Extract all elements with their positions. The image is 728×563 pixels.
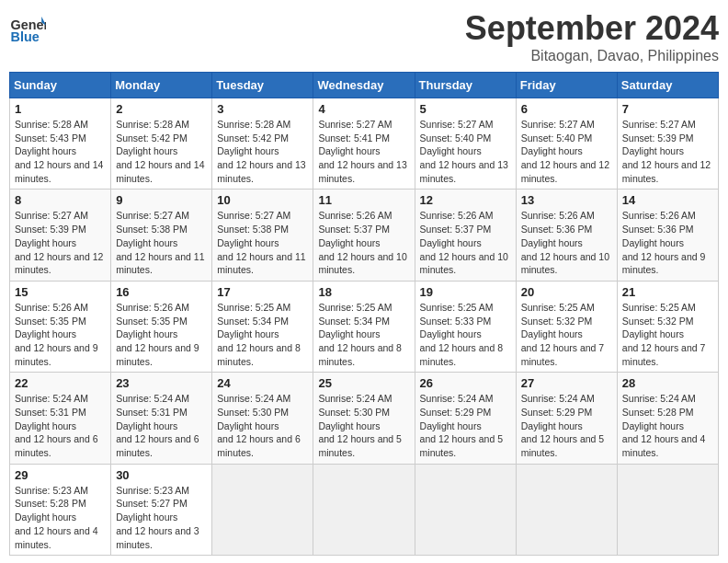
day-number: 19: [420, 285, 511, 299]
calendar-cell: 14 Sunrise: 5:26 AM Sunset: 5:36 PM Dayl…: [617, 190, 718, 281]
calendar-cell: [516, 464, 617, 555]
day-number: 11: [318, 193, 409, 207]
day-info: Sunrise: 5:25 AM Sunset: 5:32 PM Dayligh…: [521, 301, 612, 368]
calendar-cell: 24 Sunrise: 5:24 AM Sunset: 5:30 PM Dayl…: [212, 373, 313, 464]
calendar-cell: 16 Sunrise: 5:26 AM Sunset: 5:35 PM Dayl…: [111, 281, 212, 372]
calendar-table: SundayMondayTuesdayWednesdayThursdayFrid…: [9, 72, 719, 556]
calendar-cell: 4 Sunrise: 5:27 AM Sunset: 5:41 PM Dayli…: [313, 98, 415, 190]
calendar-cell: 3 Sunrise: 5:28 AM Sunset: 5:42 PM Dayli…: [212, 98, 313, 190]
calendar-cell: 26 Sunrise: 5:24 AM Sunset: 5:29 PM Dayl…: [415, 373, 516, 464]
day-info: Sunrise: 5:26 AM Sunset: 5:35 PM Dayligh…: [116, 301, 207, 368]
day-number: 12: [420, 193, 511, 207]
day-info: Sunrise: 5:24 AM Sunset: 5:29 PM Dayligh…: [420, 392, 511, 459]
calendar-cell: 21 Sunrise: 5:25 AM Sunset: 5:32 PM Dayl…: [617, 281, 718, 372]
calendar-cell: 13 Sunrise: 5:26 AM Sunset: 5:36 PM Dayl…: [516, 190, 617, 281]
calendar-cell: 2 Sunrise: 5:28 AM Sunset: 5:42 PM Dayli…: [111, 98, 212, 190]
calendar-cell: 17 Sunrise: 5:25 AM Sunset: 5:34 PM Dayl…: [212, 281, 313, 372]
day-number: 2: [116, 102, 207, 116]
day-info: Sunrise: 5:25 AM Sunset: 5:33 PM Dayligh…: [420, 301, 511, 368]
day-info: Sunrise: 5:23 AM Sunset: 5:27 PM Dayligh…: [116, 484, 207, 551]
week-row: 1 Sunrise: 5:28 AM Sunset: 5:43 PM Dayli…: [10, 98, 719, 190]
day-number: 15: [15, 285, 106, 299]
weekday-header: Wednesday: [313, 73, 415, 98]
day-number: 9: [116, 193, 207, 207]
day-info: Sunrise: 5:27 AM Sunset: 5:38 PM Dayligh…: [217, 209, 308, 276]
day-info: Sunrise: 5:27 AM Sunset: 5:39 PM Dayligh…: [15, 209, 106, 276]
day-number: 25: [318, 376, 409, 390]
calendar-cell: 9 Sunrise: 5:27 AM Sunset: 5:38 PM Dayli…: [111, 190, 212, 281]
calendar-cell: 18 Sunrise: 5:25 AM Sunset: 5:34 PM Dayl…: [313, 281, 415, 372]
day-number: 10: [217, 193, 308, 207]
day-number: 29: [15, 468, 106, 482]
day-number: 7: [622, 102, 713, 116]
calendar-cell: 19 Sunrise: 5:25 AM Sunset: 5:33 PM Dayl…: [415, 281, 516, 372]
day-info: Sunrise: 5:27 AM Sunset: 5:39 PM Dayligh…: [622, 118, 713, 185]
title-block: September 2024 Bitaogan, Davao, Philippi…: [465, 9, 719, 64]
day-info: Sunrise: 5:27 AM Sunset: 5:40 PM Dayligh…: [420, 118, 511, 185]
day-info: Sunrise: 5:26 AM Sunset: 5:36 PM Dayligh…: [521, 209, 612, 276]
logo: General Blue: [9, 9, 50, 46]
day-info: Sunrise: 5:24 AM Sunset: 5:29 PM Dayligh…: [521, 392, 612, 459]
day-info: Sunrise: 5:24 AM Sunset: 5:30 PM Dayligh…: [217, 392, 308, 459]
day-number: 8: [15, 193, 106, 207]
calendar-cell: 23 Sunrise: 5:24 AM Sunset: 5:31 PM Dayl…: [111, 373, 212, 464]
calendar-cell: 10 Sunrise: 5:27 AM Sunset: 5:38 PM Dayl…: [212, 190, 313, 281]
day-info: Sunrise: 5:25 AM Sunset: 5:32 PM Dayligh…: [622, 301, 713, 368]
day-number: 17: [217, 285, 308, 299]
calendar-cell: 30 Sunrise: 5:23 AM Sunset: 5:27 PM Dayl…: [111, 464, 212, 555]
location: Bitaogan, Davao, Philippines: [465, 48, 719, 64]
calendar-cell: 6 Sunrise: 5:27 AM Sunset: 5:40 PM Dayli…: [516, 98, 617, 190]
calendar-cell: [313, 464, 415, 555]
day-number: 23: [116, 376, 207, 390]
day-number: 6: [521, 102, 612, 116]
calendar-cell: 11 Sunrise: 5:26 AM Sunset: 5:37 PM Dayl…: [313, 190, 415, 281]
week-row: 29 Sunrise: 5:23 AM Sunset: 5:28 PM Dayl…: [10, 464, 719, 555]
day-number: 20: [521, 285, 612, 299]
calendar-cell: [617, 464, 718, 555]
day-info: Sunrise: 5:26 AM Sunset: 5:35 PM Dayligh…: [15, 301, 106, 368]
logo-icon: General Blue: [9, 9, 46, 46]
day-info: Sunrise: 5:27 AM Sunset: 5:40 PM Dayligh…: [521, 118, 612, 185]
day-number: 16: [116, 285, 207, 299]
weekday-header: Sunday: [10, 73, 111, 98]
weekday-header: Saturday: [617, 73, 718, 98]
svg-text:Blue: Blue: [11, 29, 40, 44]
day-number: 24: [217, 376, 308, 390]
calendar-cell: 29 Sunrise: 5:23 AM Sunset: 5:28 PM Dayl…: [10, 464, 111, 555]
day-info: Sunrise: 5:28 AM Sunset: 5:42 PM Dayligh…: [116, 118, 207, 185]
week-row: 8 Sunrise: 5:27 AM Sunset: 5:39 PM Dayli…: [10, 190, 719, 281]
day-number: 14: [622, 193, 713, 207]
calendar-cell: 28 Sunrise: 5:24 AM Sunset: 5:28 PM Dayl…: [617, 373, 718, 464]
day-number: 21: [622, 285, 713, 299]
day-info: Sunrise: 5:24 AM Sunset: 5:31 PM Dayligh…: [15, 392, 106, 459]
month-title: September 2024: [465, 9, 719, 48]
day-number: 18: [318, 285, 409, 299]
calendar-cell: 15 Sunrise: 5:26 AM Sunset: 5:35 PM Dayl…: [10, 281, 111, 372]
day-info: Sunrise: 5:25 AM Sunset: 5:34 PM Dayligh…: [318, 301, 409, 368]
weekday-header-row: SundayMondayTuesdayWednesdayThursdayFrid…: [10, 73, 719, 98]
day-info: Sunrise: 5:25 AM Sunset: 5:34 PM Dayligh…: [217, 301, 308, 368]
day-info: Sunrise: 5:28 AM Sunset: 5:43 PM Dayligh…: [15, 118, 106, 185]
calendar-cell: 5 Sunrise: 5:27 AM Sunset: 5:40 PM Dayli…: [415, 98, 516, 190]
calendar-cell: 22 Sunrise: 5:24 AM Sunset: 5:31 PM Dayl…: [10, 373, 111, 464]
day-number: 3: [217, 102, 308, 116]
day-number: 5: [420, 102, 511, 116]
day-info: Sunrise: 5:24 AM Sunset: 5:30 PM Dayligh…: [318, 392, 409, 459]
day-number: 26: [420, 376, 511, 390]
week-row: 15 Sunrise: 5:26 AM Sunset: 5:35 PM Dayl…: [10, 281, 719, 372]
day-info: Sunrise: 5:26 AM Sunset: 5:36 PM Dayligh…: [622, 209, 713, 276]
day-info: Sunrise: 5:27 AM Sunset: 5:41 PM Dayligh…: [318, 118, 409, 185]
weekday-header: Tuesday: [212, 73, 313, 98]
day-number: 4: [318, 102, 409, 116]
weekday-header: Monday: [111, 73, 212, 98]
day-number: 22: [15, 376, 106, 390]
day-number: 27: [521, 376, 612, 390]
day-info: Sunrise: 5:26 AM Sunset: 5:37 PM Dayligh…: [420, 209, 511, 276]
day-info: Sunrise: 5:26 AM Sunset: 5:37 PM Dayligh…: [318, 209, 409, 276]
day-info: Sunrise: 5:24 AM Sunset: 5:31 PM Dayligh…: [116, 392, 207, 459]
calendar-cell: [212, 464, 313, 555]
day-info: Sunrise: 5:24 AM Sunset: 5:28 PM Dayligh…: [622, 392, 713, 459]
page-header: General Blue September 2024 Bitaogan, Da…: [9, 9, 719, 64]
calendar-cell: [415, 464, 516, 555]
calendar-cell: 1 Sunrise: 5:28 AM Sunset: 5:43 PM Dayli…: [10, 98, 111, 190]
